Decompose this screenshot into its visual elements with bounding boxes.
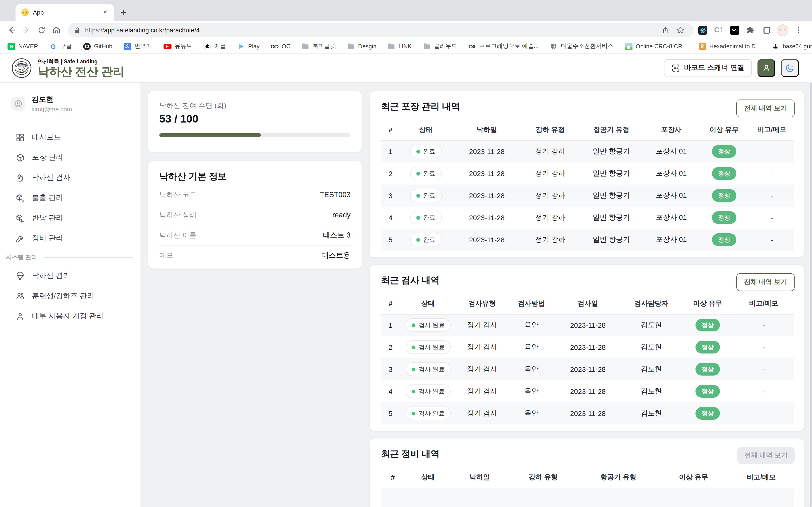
status-cell: 완료 bbox=[400, 184, 452, 207]
tab-close-icon[interactable]: × bbox=[101, 8, 109, 16]
bookmark-youtube[interactable]: ▶유튜브 bbox=[163, 42, 192, 50]
bookmark-folder-link[interactable]: LINK bbox=[388, 43, 412, 50]
status-badge: 완료 bbox=[410, 233, 442, 246]
row-number: 4 bbox=[381, 380, 400, 402]
inspection-view-all-button[interactable]: 전체 내역 보기 bbox=[737, 273, 795, 291]
status-dot-icon bbox=[416, 150, 420, 154]
jump-type-cell: 정기 강하 bbox=[522, 162, 578, 184]
row-number: 3 bbox=[381, 184, 400, 207]
safe-landing-logo-stamp: safe landing KOREA DRONE bbox=[11, 58, 32, 78]
bookmark-folder-cloud[interactable]: 클라우드 bbox=[423, 42, 457, 50]
status-dot-icon bbox=[411, 411, 415, 415]
status-badge: 완료 bbox=[410, 211, 442, 224]
dark-mode-toggle-button[interactable] bbox=[781, 59, 799, 77]
bookmark-naver[interactable]: NNAVER bbox=[7, 43, 38, 50]
inspection-method-cell: 육안 bbox=[508, 314, 555, 336]
inspection-type-cell: 정기 검사 bbox=[456, 402, 508, 425]
table-row: 4 검사 완료 정기 검사 육안 2023-11-28 김도현 정상 - bbox=[381, 380, 794, 402]
bookmark-crc8[interactable]: Online CRC-8 CR... bbox=[625, 43, 688, 50]
lifespan-label: 낙하산 잔여 수명 (회) bbox=[159, 101, 351, 110]
url-bar[interactable]: https://app.safelanding.co.kr/parachute/… bbox=[68, 23, 694, 37]
bookmark-apple[interactable]: 애플 bbox=[203, 42, 226, 50]
base64-guru-icon bbox=[772, 43, 779, 50]
bookmark-folder-desgin[interactable]: Desgin bbox=[347, 43, 376, 50]
packing-view-all-button[interactable]: 전체 내역 보기 bbox=[737, 100, 795, 117]
bookmark-daul-address[interactable]: 다울주소전환서비스 bbox=[550, 42, 614, 50]
react-devtools-extension-icon[interactable] bbox=[696, 23, 710, 37]
table-row: 1 완료 2023-11-28 정기 강하 일반 항공기 포장사 01 정상 - bbox=[381, 140, 794, 162]
note-cell: - bbox=[733, 314, 794, 336]
box-arrow-in-icon bbox=[15, 213, 25, 223]
reload-icon[interactable] bbox=[34, 22, 49, 38]
share-icon[interactable] bbox=[658, 22, 673, 38]
aircraft-type-cell: 일반 항공기 bbox=[578, 229, 644, 251]
bookmark-folder-bookmarklet[interactable]: 북마클릿 bbox=[302, 42, 336, 50]
inspection-type-cell: 정기 검사 bbox=[456, 358, 508, 380]
bookmark-google[interactable]: G구글 bbox=[49, 42, 72, 50]
anomaly-badge: 정상 bbox=[712, 211, 737, 224]
row-number: 1 bbox=[381, 140, 400, 162]
url-scheme: https:// bbox=[85, 26, 104, 34]
bookmark-star-icon[interactable] bbox=[673, 22, 688, 38]
new-tab-button[interactable]: + bbox=[121, 7, 126, 18]
back-icon[interactable] bbox=[4, 22, 19, 38]
status-cell: 완료 bbox=[400, 229, 452, 251]
sidebar-item-dashboard[interactable]: 대시보드 bbox=[0, 127, 141, 148]
page-scrollbar[interactable] bbox=[810, 54, 812, 507]
translate-icon: 文 bbox=[123, 43, 131, 50]
browser-tab[interactable]: App × bbox=[15, 4, 114, 21]
table-row: 2 검사 완료 정기 검사 육안 2023-11-28 김도현 정상 - bbox=[381, 336, 794, 358]
row-number: 5 bbox=[381, 402, 400, 425]
empty-row bbox=[381, 488, 794, 507]
home-icon[interactable] bbox=[49, 22, 64, 38]
status-dot-icon bbox=[416, 216, 420, 219]
bookmark-hex-to-decimal[interactable]: RHexadecimal to D... bbox=[699, 43, 761, 50]
anomaly-badge: 정상 bbox=[712, 189, 737, 202]
browser-profile-avatar[interactable] bbox=[775, 23, 790, 37]
inspection-history-card: 최근 검사 내역 전체 내역 보기 # 상태 검사유형 검사방법 검사일 검사담… bbox=[369, 264, 805, 432]
col-header: 낙하일 bbox=[452, 467, 508, 488]
sidebar-item-maintenance[interactable]: 정비 관리 bbox=[0, 228, 141, 248]
brand[interactable]: safe landing KOREA DRONE 안전착륙 | Safe Lan… bbox=[11, 58, 124, 78]
sidebar-item-issue[interactable]: 불출 관리 bbox=[0, 188, 141, 208]
inspector-cell: 김도현 bbox=[621, 402, 682, 425]
col-header: # bbox=[381, 120, 400, 140]
dashboard-icon bbox=[15, 133, 25, 142]
sidebar-item-parachute-admin[interactable]: 낙하산 관리 bbox=[0, 266, 141, 286]
bookmark-google-play[interactable]: Play bbox=[237, 43, 260, 50]
sidebar: 김도현 kimtj@me.com 대시보드 포장 관리 낙하산 검사 불출 관리 bbox=[0, 82, 141, 507]
sidebar-item-return[interactable]: 반납 관리 bbox=[0, 208, 141, 228]
col-header: 상태 bbox=[400, 120, 452, 140]
status-cell: 검사 완료 bbox=[400, 402, 456, 425]
account-button[interactable] bbox=[758, 59, 775, 77]
anomaly-badge: 정상 bbox=[696, 341, 720, 353]
forward-icon[interactable] bbox=[19, 22, 34, 38]
bookmark-oc[interactable]: OC·OC bbox=[271, 43, 291, 50]
bookmark-dx-art[interactable]: DX프로그래밍으로 예술... bbox=[468, 42, 539, 50]
extensions-puzzle-icon[interactable] bbox=[744, 23, 758, 37]
anomaly-badge: 정상 bbox=[712, 233, 737, 246]
https-lock-icon[interactable] bbox=[74, 26, 80, 34]
side-panel-extension-icon[interactable] bbox=[759, 23, 773, 37]
c-extension-icon[interactable]: C bbox=[711, 23, 725, 37]
status-dot-icon bbox=[411, 345, 415, 349]
bookmark-translate[interactable]: 文번역기 bbox=[123, 42, 152, 50]
barcode-scanner-connect-button[interactable]: 바코드 스캐너 연결 bbox=[664, 59, 752, 77]
user-email: kimtj@me.com bbox=[32, 106, 72, 113]
sidebar-item-trainees[interactable]: 훈련생/강하조 관리 bbox=[0, 286, 141, 306]
scan-frame-icon bbox=[671, 64, 680, 72]
sidebar-item-internal-accounts[interactable]: 내부 사용자 계정 관리 bbox=[0, 306, 141, 326]
anomaly-badge: 정상 bbox=[696, 363, 720, 376]
bookmark-github[interactable]: GitHub bbox=[83, 43, 112, 50]
brand-subtitle: 안전착륙 | Safe Landing bbox=[38, 58, 124, 65]
note-cell: - bbox=[750, 162, 794, 184]
sidebar-user-card[interactable]: 김도현 kimtj@me.com bbox=[0, 82, 141, 113]
wave-extension-icon[interactable] bbox=[727, 23, 742, 37]
bookmark-base64guru[interactable]: base64.guru bbox=[772, 43, 812, 50]
sidebar-item-inspection[interactable]: 낙하산 검사 bbox=[0, 168, 141, 188]
anomaly-cell: 정상 bbox=[682, 336, 733, 358]
barcode-button-label: 바코드 스캐너 연결 bbox=[684, 63, 744, 72]
sidebar-item-packing[interactable]: 포장 관리 bbox=[0, 148, 141, 168]
dx-icon: DX bbox=[468, 43, 476, 50]
browser-menu-kebab-icon[interactable] bbox=[791, 23, 805, 37]
